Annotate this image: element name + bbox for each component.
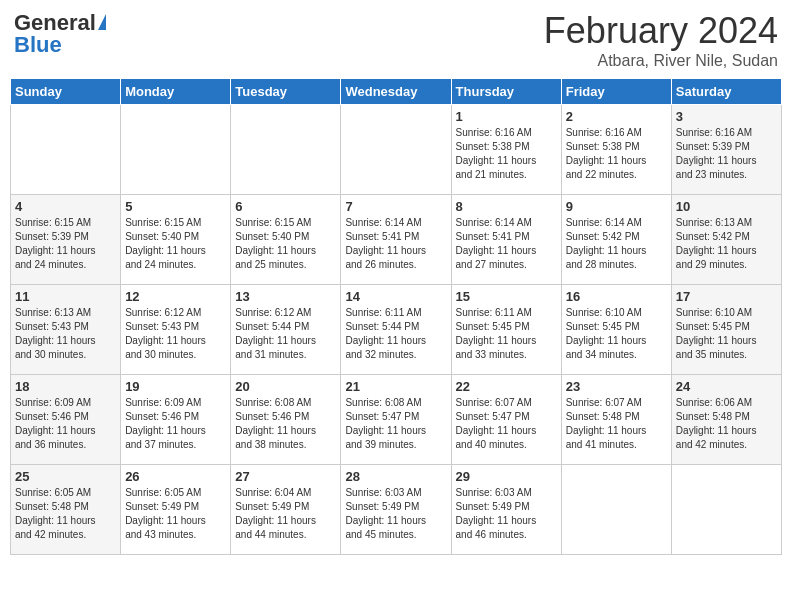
day-info: Sunrise: 6:07 AM Sunset: 5:48 PM Dayligh… <box>566 396 667 452</box>
day-info: Sunrise: 6:09 AM Sunset: 5:46 PM Dayligh… <box>125 396 226 452</box>
calendar-week-row: 18Sunrise: 6:09 AM Sunset: 5:46 PM Dayli… <box>11 375 782 465</box>
calendar-cell: 20Sunrise: 6:08 AM Sunset: 5:46 PM Dayli… <box>231 375 341 465</box>
calendar-cell <box>121 105 231 195</box>
day-number: 2 <box>566 109 667 124</box>
calendar-cell: 22Sunrise: 6:07 AM Sunset: 5:47 PM Dayli… <box>451 375 561 465</box>
calendar-cell <box>231 105 341 195</box>
calendar-cell: 26Sunrise: 6:05 AM Sunset: 5:49 PM Dayli… <box>121 465 231 555</box>
weekday-header: Monday <box>121 79 231 105</box>
page-header: General Blue February 2024 Atbara, River… <box>10 10 782 70</box>
location-title: Atbara, River Nile, Sudan <box>544 52 778 70</box>
calendar-cell: 16Sunrise: 6:10 AM Sunset: 5:45 PM Dayli… <box>561 285 671 375</box>
day-info: Sunrise: 6:16 AM Sunset: 5:38 PM Dayligh… <box>456 126 557 182</box>
calendar-cell <box>671 465 781 555</box>
day-info: Sunrise: 6:08 AM Sunset: 5:46 PM Dayligh… <box>235 396 336 452</box>
calendar-cell: 24Sunrise: 6:06 AM Sunset: 5:48 PM Dayli… <box>671 375 781 465</box>
calendar-cell: 14Sunrise: 6:11 AM Sunset: 5:44 PM Dayli… <box>341 285 451 375</box>
calendar-cell: 9Sunrise: 6:14 AM Sunset: 5:42 PM Daylig… <box>561 195 671 285</box>
title-block: February 2024 Atbara, River Nile, Sudan <box>544 10 778 70</box>
calendar-cell: 12Sunrise: 6:12 AM Sunset: 5:43 PM Dayli… <box>121 285 231 375</box>
calendar-cell: 4Sunrise: 6:15 AM Sunset: 5:39 PM Daylig… <box>11 195 121 285</box>
day-info: Sunrise: 6:03 AM Sunset: 5:49 PM Dayligh… <box>345 486 446 542</box>
day-number: 28 <box>345 469 446 484</box>
weekday-header: Sunday <box>11 79 121 105</box>
calendar-cell: 27Sunrise: 6:04 AM Sunset: 5:49 PM Dayli… <box>231 465 341 555</box>
calendar-table: SundayMondayTuesdayWednesdayThursdayFrid… <box>10 78 782 555</box>
day-info: Sunrise: 6:15 AM Sunset: 5:40 PM Dayligh… <box>125 216 226 272</box>
day-info: Sunrise: 6:14 AM Sunset: 5:42 PM Dayligh… <box>566 216 667 272</box>
day-number: 23 <box>566 379 667 394</box>
calendar-cell: 5Sunrise: 6:15 AM Sunset: 5:40 PM Daylig… <box>121 195 231 285</box>
day-number: 15 <box>456 289 557 304</box>
day-info: Sunrise: 6:15 AM Sunset: 5:39 PM Dayligh… <box>15 216 116 272</box>
weekday-header: Wednesday <box>341 79 451 105</box>
day-info: Sunrise: 6:04 AM Sunset: 5:49 PM Dayligh… <box>235 486 336 542</box>
calendar-cell: 17Sunrise: 6:10 AM Sunset: 5:45 PM Dayli… <box>671 285 781 375</box>
calendar-cell: 21Sunrise: 6:08 AM Sunset: 5:47 PM Dayli… <box>341 375 451 465</box>
calendar-cell: 3Sunrise: 6:16 AM Sunset: 5:39 PM Daylig… <box>671 105 781 195</box>
calendar-cell: 11Sunrise: 6:13 AM Sunset: 5:43 PM Dayli… <box>11 285 121 375</box>
logo-icon <box>98 14 106 30</box>
day-number: 25 <box>15 469 116 484</box>
calendar-week-row: 11Sunrise: 6:13 AM Sunset: 5:43 PM Dayli… <box>11 285 782 375</box>
calendar-cell: 15Sunrise: 6:11 AM Sunset: 5:45 PM Dayli… <box>451 285 561 375</box>
day-info: Sunrise: 6:11 AM Sunset: 5:44 PM Dayligh… <box>345 306 446 362</box>
day-number: 27 <box>235 469 336 484</box>
day-number: 14 <box>345 289 446 304</box>
day-number: 26 <box>125 469 226 484</box>
day-number: 17 <box>676 289 777 304</box>
calendar-cell <box>341 105 451 195</box>
day-info: Sunrise: 6:05 AM Sunset: 5:48 PM Dayligh… <box>15 486 116 542</box>
day-info: Sunrise: 6:14 AM Sunset: 5:41 PM Dayligh… <box>345 216 446 272</box>
weekday-header: Tuesday <box>231 79 341 105</box>
day-info: Sunrise: 6:16 AM Sunset: 5:39 PM Dayligh… <box>676 126 777 182</box>
calendar-cell: 1Sunrise: 6:16 AM Sunset: 5:38 PM Daylig… <box>451 105 561 195</box>
day-number: 8 <box>456 199 557 214</box>
day-number: 13 <box>235 289 336 304</box>
day-number: 29 <box>456 469 557 484</box>
calendar-cell: 8Sunrise: 6:14 AM Sunset: 5:41 PM Daylig… <box>451 195 561 285</box>
day-info: Sunrise: 6:11 AM Sunset: 5:45 PM Dayligh… <box>456 306 557 362</box>
day-number: 16 <box>566 289 667 304</box>
day-number: 20 <box>235 379 336 394</box>
day-number: 9 <box>566 199 667 214</box>
calendar-cell <box>11 105 121 195</box>
weekday-header: Saturday <box>671 79 781 105</box>
calendar-cell: 19Sunrise: 6:09 AM Sunset: 5:46 PM Dayli… <box>121 375 231 465</box>
day-number: 1 <box>456 109 557 124</box>
calendar-cell: 29Sunrise: 6:03 AM Sunset: 5:49 PM Dayli… <box>451 465 561 555</box>
day-info: Sunrise: 6:13 AM Sunset: 5:42 PM Dayligh… <box>676 216 777 272</box>
month-title: February 2024 <box>544 10 778 52</box>
day-number: 10 <box>676 199 777 214</box>
logo-blue-text: Blue <box>14 32 62 58</box>
calendar-week-row: 25Sunrise: 6:05 AM Sunset: 5:48 PM Dayli… <box>11 465 782 555</box>
day-number: 18 <box>15 379 116 394</box>
calendar-cell: 2Sunrise: 6:16 AM Sunset: 5:38 PM Daylig… <box>561 105 671 195</box>
day-number: 19 <box>125 379 226 394</box>
calendar-cell: 10Sunrise: 6:13 AM Sunset: 5:42 PM Dayli… <box>671 195 781 285</box>
day-info: Sunrise: 6:06 AM Sunset: 5:48 PM Dayligh… <box>676 396 777 452</box>
calendar-cell: 23Sunrise: 6:07 AM Sunset: 5:48 PM Dayli… <box>561 375 671 465</box>
calendar-cell: 13Sunrise: 6:12 AM Sunset: 5:44 PM Dayli… <box>231 285 341 375</box>
calendar-cell: 6Sunrise: 6:15 AM Sunset: 5:40 PM Daylig… <box>231 195 341 285</box>
day-number: 3 <box>676 109 777 124</box>
day-info: Sunrise: 6:12 AM Sunset: 5:44 PM Dayligh… <box>235 306 336 362</box>
day-info: Sunrise: 6:16 AM Sunset: 5:38 PM Dayligh… <box>566 126 667 182</box>
weekday-header-row: SundayMondayTuesdayWednesdayThursdayFrid… <box>11 79 782 105</box>
day-number: 6 <box>235 199 336 214</box>
day-number: 12 <box>125 289 226 304</box>
day-number: 11 <box>15 289 116 304</box>
day-info: Sunrise: 6:10 AM Sunset: 5:45 PM Dayligh… <box>676 306 777 362</box>
weekday-header: Friday <box>561 79 671 105</box>
day-number: 22 <box>456 379 557 394</box>
day-number: 21 <box>345 379 446 394</box>
calendar-week-row: 1Sunrise: 6:16 AM Sunset: 5:38 PM Daylig… <box>11 105 782 195</box>
day-info: Sunrise: 6:09 AM Sunset: 5:46 PM Dayligh… <box>15 396 116 452</box>
weekday-header: Thursday <box>451 79 561 105</box>
calendar-cell: 7Sunrise: 6:14 AM Sunset: 5:41 PM Daylig… <box>341 195 451 285</box>
day-info: Sunrise: 6:03 AM Sunset: 5:49 PM Dayligh… <box>456 486 557 542</box>
day-info: Sunrise: 6:07 AM Sunset: 5:47 PM Dayligh… <box>456 396 557 452</box>
day-info: Sunrise: 6:12 AM Sunset: 5:43 PM Dayligh… <box>125 306 226 362</box>
day-number: 5 <box>125 199 226 214</box>
calendar-cell <box>561 465 671 555</box>
